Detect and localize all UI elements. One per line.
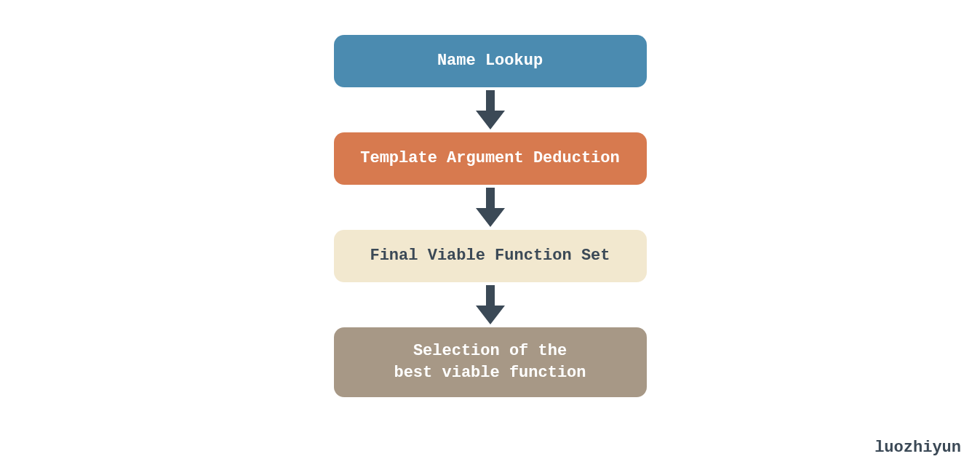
arrow-down-icon — [476, 89, 505, 131]
step-label: Name Lookup — [437, 50, 543, 72]
step-box-selection-best-viable-function: Selection of thebest viable function — [334, 327, 647, 397]
step-box-final-viable-function-set: Final Viable Function Set — [334, 230, 647, 282]
step-label: Template Argument Deduction — [360, 148, 619, 169]
step-label: Final Viable Function Set — [370, 245, 610, 267]
arrow-down-icon — [476, 284, 505, 326]
arrow-down-icon — [476, 186, 505, 228]
watermark-text: luozhiyun — [875, 439, 961, 457]
step-box-template-argument-deduction: Template Argument Deduction — [334, 132, 647, 185]
step-box-name-lookup: Name Lookup — [334, 35, 647, 87]
step-label: Selection of thebest viable function — [394, 340, 586, 383]
